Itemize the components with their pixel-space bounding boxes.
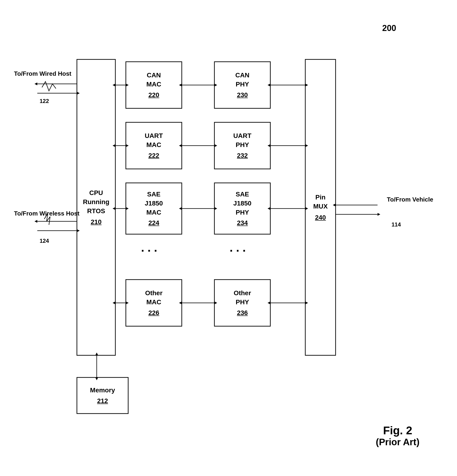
sae-phy-box: SAEJ1850PHY 234 — [214, 183, 270, 234]
figure-number: 200 — [382, 23, 396, 33]
other-phy-number: 236 — [237, 308, 248, 317]
wired-host-label: To/From Wired Host — [14, 70, 71, 78]
sae-phy-label: SAEJ1850PHY — [233, 190, 251, 217]
svg-marker-51 — [34, 83, 37, 85]
other-mac-label: OtherMAC — [145, 289, 163, 307]
svg-marker-61 — [378, 213, 380, 216]
uart-phy-number: 232 — [237, 151, 248, 160]
diagram-container: 200 — [14, 19, 443, 461]
memory-number: 212 — [97, 396, 108, 405]
can-phy-number: 230 — [237, 90, 248, 100]
fig-caption-prior-art: (Prior Art) — [376, 437, 420, 447]
other-phy-box: OtherPHY 236 — [214, 280, 270, 326]
can-mac-number: 220 — [148, 90, 159, 100]
uart-mac-label: UARTMAC — [145, 131, 163, 149]
memory-label: Memory — [90, 386, 115, 395]
sae-mac-label: SAEJ1850MAC — [145, 190, 163, 217]
svg-marker-55 — [34, 220, 37, 223]
cpu-label: CPU Running RTOS — [83, 188, 110, 216]
pinmux-box: Pin MUX 240 — [305, 60, 336, 355]
uart-phy-label: UARTPHY — [233, 131, 251, 149]
can-mac-box: CANMAC 220 — [126, 62, 182, 108]
pinmux-label: Pin MUX — [313, 193, 328, 211]
wired-host-ref: 122 — [40, 98, 49, 104]
memory-box: Memory 212 — [77, 377, 128, 414]
cpu-number: 210 — [91, 217, 102, 227]
fig-caption-label: Fig. 2 — [376, 424, 420, 437]
pinmux-number: 240 — [315, 213, 326, 222]
can-phy-label: CANPHY — [235, 71, 250, 89]
fig-caption: Fig. 2 (Prior Art) — [376, 424, 420, 447]
wireless-host-ref: 124 — [40, 238, 49, 244]
can-phy-box: CANPHY 230 — [214, 62, 270, 108]
uart-mac-box: UARTMAC 222 — [126, 122, 182, 169]
other-mac-box: OtherMAC 226 — [126, 280, 182, 326]
can-mac-label: CANMAC — [146, 71, 161, 89]
uart-phy-box: UARTPHY 232 — [214, 122, 270, 169]
other-mac-number: 226 — [148, 308, 159, 317]
svg-text:. . .: . . . — [141, 241, 157, 254]
wireless-host-label: To/From Wireless Host — [14, 210, 79, 218]
sae-phy-number: 234 — [237, 218, 248, 227]
cpu-box: CPU Running RTOS 210 — [77, 60, 115, 355]
uart-mac-number: 222 — [148, 151, 159, 160]
vehicle-label: To/From Vehicle — [387, 196, 433, 204]
svg-text:. . .: . . . — [230, 241, 246, 254]
sae-mac-number: 224 — [148, 218, 159, 227]
other-phy-label: OtherPHY — [234, 289, 251, 307]
vehicle-ref: 114 — [391, 221, 401, 228]
sae-mac-box: SAEJ1850MAC 224 — [126, 183, 182, 234]
